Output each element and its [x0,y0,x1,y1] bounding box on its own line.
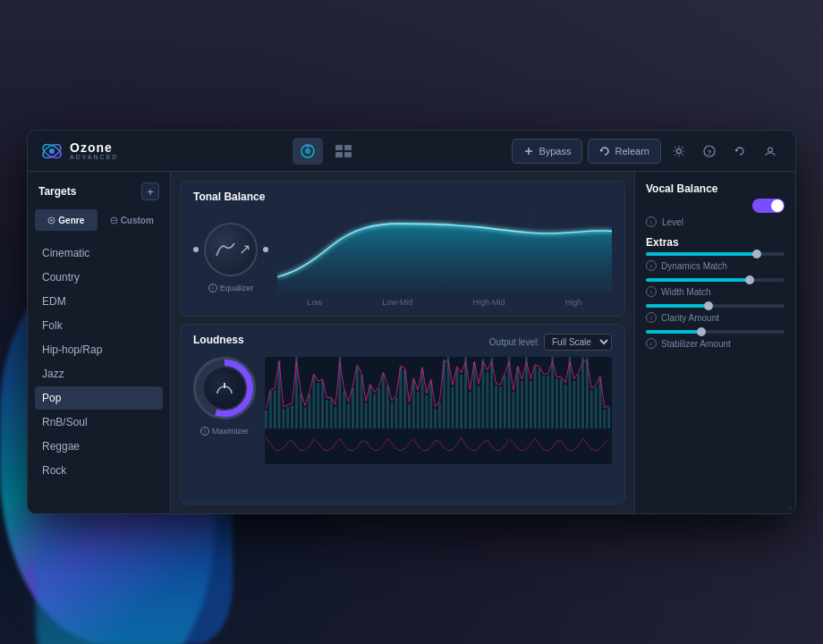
info-icon-clarity-amount[interactable]: i [646,312,657,323]
svg-rect-74 [473,361,476,428]
genre-tab[interactable]: Genre [35,209,98,231]
svg-rect-45 [347,403,350,428]
output-label: Output level: [489,337,539,347]
info-icon-eq[interactable]: i [208,284,217,292]
svg-point-4 [305,148,310,154]
clarity-amount-thumb[interactable] [704,301,713,310]
svg-rect-81 [504,375,506,428]
maximizer-knob[interactable] [193,357,256,419]
clarity-amount-fill [646,304,708,308]
dynamics-match-track[interactable] [646,252,785,256]
width-match-track[interactable] [646,278,785,282]
account-button[interactable] [758,139,783,164]
genre-item-reggae[interactable]: Reggae [35,435,163,458]
svg-rect-49 [365,402,368,428]
equalizer-knob[interactable] [204,223,258,276]
info-icon-vocal[interactable]: i [646,216,657,227]
genre-item-rock[interactable]: Rock [35,459,163,482]
extras-sliders: iDynamics MatchiWidth MatchiClarity Amou… [646,252,785,349]
svg-rect-27 [269,391,272,428]
main-content: Targets + Genre Custom CinematicCountryE… [28,172,795,513]
svg-rect-104 [603,409,606,428]
bypass-label: Bypass [539,146,571,157]
svg-rect-84 [516,368,519,428]
svg-rect-54 [386,386,389,428]
svg-rect-35 [304,407,307,428]
svg-rect-69 [452,386,454,428]
genre-item-hiphop[interactable]: Hip-hop/Rap [35,338,163,361]
extras-section: Extras iDynamics MatchiWidth MatchiClari… [646,236,785,349]
logo-area: Ozone ADVANCED [40,140,139,163]
dynamics-match-thumb[interactable] [752,250,761,258]
svg-rect-7 [344,145,352,150]
svg-rect-86 [525,357,528,428]
stabilizer-amount-thumb[interactable] [697,327,706,336]
svg-rect-65 [434,409,437,428]
svg-rect-97 [573,380,575,428]
title-bar-right: Bypass Relearn ? [512,139,783,164]
genre-item-cinematic[interactable]: Cinematic [35,242,163,265]
title-bar-center [148,138,503,165]
svg-rect-28 [274,390,276,428]
help-button[interactable]: ? [697,139,722,164]
output-level-select[interactable]: Full Scale Streaming [544,334,612,351]
genre-item-rnbsoul[interactable]: RnB/Soul [35,411,163,434]
svg-rect-70 [455,368,458,428]
genre-item-edm[interactable]: EDM [35,290,163,313]
relearn-label: Relearn [615,146,649,157]
app-name: Ozone [70,141,118,154]
stabilizer-amount-track[interactable] [646,330,785,334]
resize-handle: ⌟ [787,500,792,510]
loudness-header: Loudness Output level: Full Scale Stream… [193,334,612,352]
dynamics-match-fill [646,252,757,256]
svg-rect-71 [460,374,462,428]
svg-rect-9 [344,152,352,157]
loudness-knob-area: i Maximizer [193,357,256,436]
width-match-thumb[interactable] [745,275,754,284]
svg-point-15 [768,148,773,152]
axis-highmid: High-Mid [473,298,505,307]
info-icon-max[interactable]: i [200,427,209,436]
logo-text: Ozone ADVANCED [70,141,118,160]
genre-item-jazz[interactable]: Jazz [35,362,163,386]
slider-row-stabilizer-amount: iStabilizer Amount [646,330,785,349]
loudness-output-area: Output level: Full Scale Streaming [489,334,612,351]
bypass-button[interactable]: Bypass [512,139,582,164]
relearn-button[interactable]: Relearn [588,139,661,164]
svg-rect-51 [373,394,376,428]
nav-modules-button[interactable] [328,138,359,165]
nav-assistant-button[interactable] [293,138,323,165]
undo-button[interactable] [727,139,752,164]
info-icon-stabilizer-amount[interactable]: i [646,338,657,349]
svg-rect-52 [378,388,380,428]
svg-rect-80 [499,386,502,428]
vocal-balance-toggle[interactable] [752,199,785,213]
genre-tab-label: Genre [58,216,84,225]
svg-rect-56 [395,396,398,428]
info-icon-dynamics-match[interactable]: i [646,260,657,271]
axis-lowmid: Low-Mid [382,298,412,307]
add-target-button[interactable]: + [141,182,159,200]
genre-item-pop[interactable]: Pop [35,386,163,410]
genre-item-folk[interactable]: Folk [35,314,163,337]
svg-rect-47 [356,366,359,428]
svg-rect-98 [577,374,580,428]
svg-rect-60 [412,379,415,428]
svg-rect-26 [265,411,267,428]
info-icon-width-match[interactable]: i [646,286,657,297]
width-match-label-row: iWidth Match [646,286,785,297]
main-panel: Tonal Balance [171,172,634,513]
svg-rect-55 [391,402,394,428]
svg-rect-92 [551,357,554,428]
settings-button[interactable] [666,139,691,164]
slider-row-clarity-amount: iClarity Amount [646,304,785,323]
custom-tab-label: Custom [121,216,154,225]
sidebar-tabs: Genre Custom [35,209,163,231]
svg-rect-91 [547,375,549,428]
clarity-amount-track[interactable] [646,304,785,308]
loudness-title: Loudness [193,334,244,346]
toggle-thumb [771,199,784,212]
custom-tab[interactable]: Custom [101,209,164,231]
genre-item-country[interactable]: Country [35,266,163,289]
loudness-chart [265,357,612,464]
